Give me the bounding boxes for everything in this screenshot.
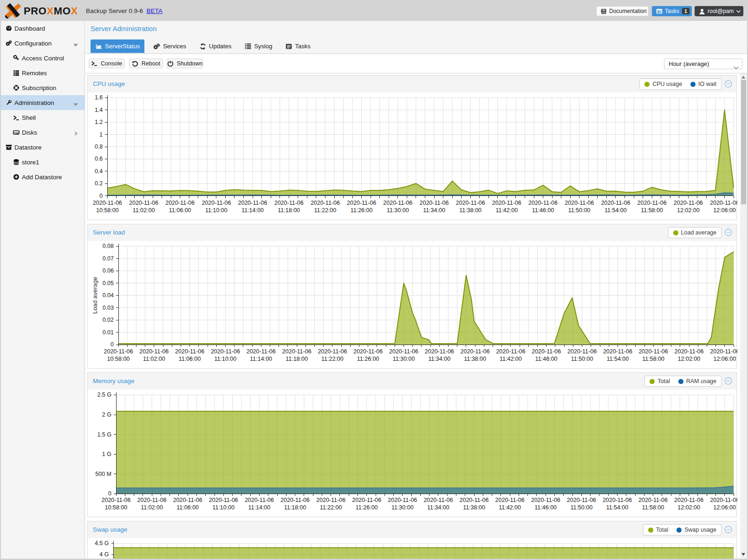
svg-text:2020-11-06: 2020-11-06 (280, 497, 310, 503)
svg-text:12:06:00: 12:06:00 (713, 207, 736, 214)
svg-text:500 M: 500 M (95, 471, 111, 477)
svg-text:0.05: 0.05 (103, 280, 114, 287)
svg-text:2 G: 2 G (102, 411, 111, 418)
svg-text:1.6: 1.6 (95, 94, 103, 101)
svg-text:2.5 G: 2.5 G (97, 391, 111, 398)
svg-text:2020-11-06: 2020-11-06 (347, 200, 376, 206)
svg-text:2020-11-06: 2020-11-06 (388, 497, 417, 503)
svg-text:11:10:00: 11:10:00 (212, 504, 234, 511)
svg-text:2020-11-06: 2020-11-06 (528, 200, 558, 206)
svg-text:11:02:00: 11:02:00 (141, 504, 163, 511)
svg-text:0.08: 0.08 (103, 243, 114, 249)
svg-text:2020-11-06: 2020-11-06 (674, 200, 703, 206)
svg-text:11:06:00: 11:06:00 (176, 504, 199, 511)
svg-text:2020-11-06: 2020-11-06 (175, 348, 204, 355)
svg-text:11:34:00: 11:34:00 (427, 504, 449, 511)
svg-text:2020-11-06: 2020-11-06 (532, 348, 561, 355)
svg-text:11:42:00: 11:42:00 (495, 207, 518, 214)
svg-text:11:46:00: 11:46:00 (534, 504, 557, 511)
svg-text:2020-11-06: 2020-11-06 (93, 200, 122, 206)
svg-text:11:26:00: 11:26:00 (357, 356, 379, 362)
svg-text:2020-11-06: 2020-11-06 (459, 497, 488, 503)
svg-text:0: 0 (99, 193, 103, 199)
svg-text:2020-11-06: 2020-11-06 (637, 200, 667, 206)
svg-text:12:06:00: 12:06:00 (713, 504, 736, 511)
svg-text:11:46:00: 11:46:00 (532, 207, 554, 214)
svg-text:11:58:00: 11:58:00 (641, 207, 663, 214)
svg-text:0.02: 0.02 (103, 317, 114, 323)
svg-text:2020-11-06: 2020-11-06 (318, 348, 347, 355)
svg-text:11:30:00: 11:30:00 (393, 356, 415, 362)
svg-text:11:50:00: 11:50:00 (571, 356, 593, 362)
svg-text:1 G: 1 G (102, 451, 111, 457)
svg-text:0.4: 0.4 (95, 168, 103, 175)
svg-text:11:38:00: 11:38:00 (464, 356, 486, 362)
svg-text:11:58:00: 11:58:00 (642, 504, 664, 511)
svg-text:11:22:00: 11:22:00 (320, 504, 342, 511)
svg-text:11:50:00: 11:50:00 (570, 504, 592, 511)
svg-text:2020-11-06: 2020-11-06 (531, 497, 560, 503)
svg-text:11:18:00: 11:18:00 (286, 356, 308, 362)
svg-text:2020-11-06: 2020-11-06 (639, 348, 668, 355)
svg-text:2020-11-06: 2020-11-06 (565, 200, 594, 206)
svg-text:2020-11-06: 2020-11-06 (603, 348, 632, 355)
svg-text:4 G: 4 G (99, 551, 109, 558)
svg-text:11:30:00: 11:30:00 (391, 504, 414, 511)
svg-text:1.5 G: 1.5 G (97, 431, 111, 438)
svg-text:2020-11-06: 2020-11-06 (104, 348, 133, 355)
svg-text:11:26:00: 11:26:00 (351, 207, 373, 214)
svg-text:0: 0 (111, 341, 114, 348)
svg-text:2020-11-06: 2020-11-06 (710, 497, 737, 503)
svg-text:2020-11-06: 2020-11-06 (282, 348, 312, 355)
svg-text:0.6: 0.6 (95, 156, 103, 162)
svg-text:0.07: 0.07 (103, 255, 114, 262)
svg-text:11:38:00: 11:38:00 (463, 504, 485, 511)
svg-text:Load average: Load average (91, 277, 98, 314)
svg-text:11:06:00: 11:06:00 (179, 356, 201, 362)
svg-text:2020-11-06: 2020-11-06 (316, 497, 345, 503)
svg-text:2020-11-06: 2020-11-06 (638, 497, 668, 503)
svg-text:2020-11-06: 2020-11-06 (209, 497, 238, 503)
svg-text:11:06:00: 11:06:00 (169, 207, 191, 214)
svg-text:2020-11-06: 2020-11-06 (165, 200, 195, 206)
svg-text:4.5 G: 4.5 G (95, 540, 109, 547)
svg-text:12:02:00: 12:02:00 (677, 207, 700, 214)
svg-text:2020-11-06: 2020-11-06 (496, 348, 525, 355)
svg-text:11:54:00: 11:54:00 (607, 356, 629, 362)
svg-text:11:30:00: 11:30:00 (387, 207, 409, 214)
svg-text:2020-11-06: 2020-11-06 (101, 497, 130, 503)
svg-text:11:46:00: 11:46:00 (535, 356, 558, 362)
svg-text:2020-11-06: 2020-11-06 (601, 200, 630, 206)
svg-text:2020-11-06: 2020-11-06 (211, 348, 240, 355)
svg-text:2020-11-06: 2020-11-06 (603, 497, 632, 503)
svg-text:0.06: 0.06 (103, 267, 114, 274)
svg-text:2020-11-06: 2020-11-06 (352, 497, 381, 503)
svg-text:11:02:00: 11:02:00 (133, 207, 155, 214)
svg-text:11:54:00: 11:54:00 (605, 207, 627, 214)
svg-text:11:18:00: 11:18:00 (284, 504, 306, 511)
svg-text:11:38:00: 11:38:00 (459, 207, 481, 214)
svg-text:2020-11-06: 2020-11-06 (238, 200, 267, 206)
svg-text:2020-11-06: 2020-11-06 (674, 348, 703, 355)
svg-text:0.2: 0.2 (95, 180, 103, 187)
svg-text:11:34:00: 11:34:00 (428, 356, 450, 362)
svg-text:2020-11-06: 2020-11-06 (247, 348, 276, 355)
svg-text:11:34:00: 11:34:00 (423, 207, 445, 214)
svg-text:12:06:00: 12:06:00 (713, 356, 736, 362)
svg-text:11:14:00: 11:14:00 (241, 207, 264, 214)
svg-text:2020-11-06: 2020-11-06 (419, 200, 449, 206)
svg-text:2020-11-06: 2020-11-06 (567, 348, 597, 355)
svg-text:2020-11-06: 2020-11-06 (710, 200, 737, 206)
svg-text:11:14:00: 11:14:00 (248, 504, 271, 511)
svg-text:2020-11-06: 2020-11-06 (425, 348, 454, 355)
svg-text:2020-11-06: 2020-11-06 (461, 348, 490, 355)
svg-text:11:02:00: 11:02:00 (143, 356, 165, 362)
svg-text:11:42:00: 11:42:00 (500, 356, 522, 362)
svg-text:2020-11-06: 2020-11-06 (202, 200, 231, 206)
svg-text:0.01: 0.01 (103, 329, 114, 336)
svg-text:2020-11-06: 2020-11-06 (389, 348, 418, 355)
svg-text:2020-11-06: 2020-11-06 (456, 200, 485, 206)
svg-text:10:58:00: 10:58:00 (107, 356, 130, 362)
svg-text:2020-11-06: 2020-11-06 (353, 348, 383, 355)
svg-text:2020-11-06: 2020-11-06 (710, 348, 737, 355)
